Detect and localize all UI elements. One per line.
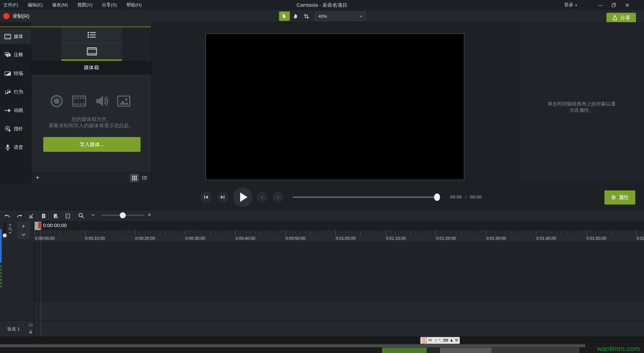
undo-icon	[4, 213, 11, 219]
ruler-tick	[351, 231, 351, 233]
track-lane-2[interactable]	[0, 301, 644, 321]
ruler-tick	[406, 231, 406, 233]
step-back-icon	[203, 195, 209, 200]
ruler-tick	[471, 231, 471, 233]
menu-item[interactable]: 分享(S)	[102, 2, 117, 8]
timeline-ruler[interactable]: 0:00:00;00 0:00:00;000:00:10;000:00:20;0…	[34, 221, 644, 242]
sidebar-item-transitions[interactable]: 转场	[0, 66, 31, 81]
zoom-out-button[interactable]: −	[91, 212, 95, 219]
ruler-label: 0:00:50;00	[286, 236, 306, 241]
ruler-label: 0:00:00;00	[35, 236, 55, 241]
grid-view-button[interactable]	[130, 174, 139, 182]
track1-label: 轨道 1	[7, 326, 20, 332]
timeline-scrollbar[interactable]	[0, 337, 644, 343]
track1-header[interactable]: 轨道 1	[0, 320, 34, 337]
properties-button-label: 属性	[619, 194, 629, 201]
ime-tools-icon[interactable]: ⚒	[455, 338, 458, 343]
empty-bin-text: 您的媒体箱为空。 屏幕录制和导入的媒体将显示在此处。	[32, 116, 151, 129]
zoom-track-down-icon[interactable]	[9, 232, 11, 234]
sidebar-item-label: 动画	[14, 107, 23, 114]
record-button[interactable]: 录制(R)	[3, 11, 30, 21]
zoom-track-up-icon[interactable]	[9, 224, 11, 225]
restore-button[interactable]	[607, 0, 621, 10]
undo-button[interactable]	[2, 211, 12, 220]
paste-button[interactable]	[51, 211, 61, 220]
select-tool-button[interactable]	[279, 11, 290, 21]
plus-icon: +	[148, 212, 151, 218]
ruler-tick	[411, 231, 411, 234]
copy-button[interactable]	[39, 211, 49, 220]
sidebar-item-voice[interactable]: 语音	[0, 140, 31, 155]
ime-punctuation-icon[interactable]: °,	[439, 338, 441, 343]
seek-slider-track[interactable]	[292, 196, 439, 198]
zoom-in-button[interactable]: +	[148, 212, 151, 219]
add-track-button[interactable]: +	[17, 222, 30, 230]
sidebar-item-media[interactable]: 媒体	[0, 29, 31, 44]
redo-button[interactable]	[14, 211, 24, 220]
ruler-tick	[310, 231, 311, 234]
menu-item[interactable]: 编辑(E)	[28, 2, 43, 8]
collapse-tracks-button[interactable]	[17, 230, 30, 238]
ime-chinese-mode-icon[interactable]: 中	[428, 338, 432, 343]
ruler-tick	[641, 231, 642, 233]
login-menu[interactable]: 登录 ▾	[564, 0, 577, 10]
tab-media-bin[interactable]	[61, 43, 122, 59]
sidebar-item-behaviors[interactable]: 行为	[0, 84, 31, 99]
sidebar-item-label: 行为	[14, 89, 23, 95]
split-button[interactable]	[63, 211, 73, 220]
timeline-zoom-slider-handle[interactable]	[120, 212, 126, 218]
ruler-tick	[115, 231, 115, 233]
ime-user-icon[interactable]: ♟	[450, 338, 453, 343]
minimize-button[interactable]: —	[594, 0, 607, 10]
ruler-tick	[120, 231, 120, 233]
list-view-button[interactable]	[140, 174, 149, 182]
playhead-strip: 0:00:00;00	[34, 221, 644, 230]
next-frame-button[interactable]	[217, 191, 228, 203]
sidebar-item-animations[interactable]: 动画	[0, 103, 31, 118]
properties-button[interactable]: ⚙ 属性	[604, 190, 635, 205]
ruler-label: 0:00:30;00	[185, 236, 205, 241]
ruler-tick	[240, 231, 240, 233]
ime-wubi-icon[interactable]: 五	[422, 338, 427, 343]
crop-tool-button[interactable]	[301, 11, 311, 21]
film-icon	[4, 33, 11, 40]
track-lane-1[interactable]	[0, 320, 644, 337]
preview-canvas[interactable]	[206, 34, 464, 180]
add-tab-button[interactable]: +	[33, 174, 43, 182]
ruler-tick	[125, 231, 125, 233]
ime-soft-keyboard-icon[interactable]: ⌨	[443, 338, 448, 343]
jump-forward-button[interactable]: ›	[273, 192, 283, 203]
share-button[interactable]: 分享	[606, 13, 636, 23]
ruler-tick	[551, 231, 551, 233]
menu-item[interactable]: 修改(M)	[52, 2, 68, 8]
close-button[interactable]: ×	[621, 0, 634, 10]
jump-back-button[interactable]: ‹	[257, 192, 267, 203]
ruler-tick	[496, 231, 496, 233]
ruler-tick	[531, 231, 531, 233]
cut-button[interactable]	[26, 211, 37, 220]
sidebar-item-annotations[interactable]: 注释	[0, 47, 31, 62]
canvas-zoom-dropdown[interactable]: 40% ▾	[315, 12, 366, 20]
ruler-tick	[566, 231, 567, 233]
ime-moon-fullhalf-icon[interactable]: ☽	[434, 338, 437, 343]
pan-tool-button[interactable]	[290, 11, 301, 21]
menu-item[interactable]: 视图(V)	[77, 2, 93, 8]
import-media-button[interactable]: 导入媒体...	[43, 137, 141, 152]
caret-down-icon: ▾	[360, 14, 362, 18]
previous-frame-button[interactable]	[200, 191, 212, 203]
play-button[interactable]	[233, 187, 253, 207]
lock-icon[interactable]	[29, 329, 33, 334]
tab-library[interactable]	[61, 27, 122, 43]
menu-item[interactable]: 帮助(H)	[126, 2, 142, 8]
ruler-tick	[591, 231, 591, 233]
audio-speaker-icon	[95, 94, 108, 108]
ruler-tick	[315, 231, 316, 233]
timeline-tracks[interactable]: 轨道 1	[0, 242, 644, 337]
ruler-tick	[345, 231, 346, 233]
seek-slider-handle[interactable]	[434, 193, 440, 201]
eye-icon[interactable]	[28, 323, 33, 327]
track-height-slider-handle[interactable]	[3, 233, 7, 237]
sidebar-item-cursor-effects[interactable]: 指针	[0, 121, 31, 136]
ime-bar[interactable]: 五中☽°,⌨♟⚒	[420, 337, 460, 344]
menu-item[interactable]: 文件(F)	[3, 2, 18, 8]
